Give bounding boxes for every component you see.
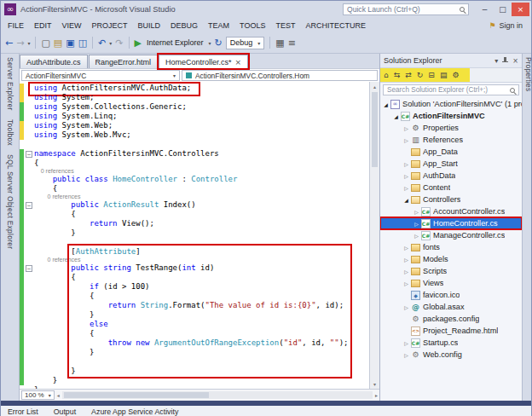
tree-collapsed-icon[interactable]: ▷ bbox=[402, 280, 410, 286]
code-line-23[interactable]: if (id > 100) bbox=[20, 282, 369, 292]
maximize-button[interactable]: □ bbox=[494, 3, 512, 16]
close-tab-icon[interactable]: × bbox=[235, 58, 242, 66]
code-line-3[interactable]: using System.Collections.Generic; bbox=[20, 102, 369, 112]
tree-expanded-icon[interactable]: ◢ bbox=[382, 101, 390, 107]
tree-item-packages-config[interactable]: ⚙packages.config bbox=[380, 313, 522, 325]
save-icon[interactable]: ▣ bbox=[66, 38, 74, 48]
bottom-tab-azure-app-service-activity[interactable]: Azure App Service Activity bbox=[91, 407, 178, 416]
code-line-26[interactable]: } bbox=[20, 310, 369, 320]
code-line-10[interactable]: 0 references bbox=[20, 168, 369, 175]
project-dropdown[interactable]: ActionFiltersinMVC ▾ bbox=[21, 70, 180, 81]
code-line-24[interactable]: { bbox=[20, 292, 369, 301]
tree-item-authdata[interactable]: ▷AuthData bbox=[380, 170, 522, 182]
tree-item-project-readme-html[interactable]: <>Project_Readme.html bbox=[380, 325, 522, 337]
tree-item-startup-cs[interactable]: ▷C#Startup.cs bbox=[380, 337, 522, 349]
show-all-files-icon[interactable]: ▤ bbox=[440, 71, 448, 79]
code-line-20[interactable]: 0 references bbox=[20, 257, 369, 263]
tree-collapsed-icon[interactable]: ▷ bbox=[402, 245, 410, 251]
close-panel-icon[interactable]: × bbox=[512, 57, 518, 65]
scroll-down-icon[interactable]: ▾ bbox=[370, 381, 379, 387]
pin-icon[interactable] bbox=[502, 57, 508, 65]
tree-collapsed-icon[interactable]: ▷ bbox=[402, 125, 410, 131]
solution-explorer-search-input[interactable]: Search Solution Explorer (Ctrl+;) bbox=[383, 84, 519, 95]
navigate-forward-icon[interactable]: → bbox=[16, 38, 24, 48]
tree-item-app-start[interactable]: ▷App_Start bbox=[380, 158, 522, 170]
tree-item-solution-actionfiltersinmvc-1-proj[interactable]: ◢∞Solution 'ActionFiltersinMVC' (1 proj bbox=[380, 98, 522, 110]
code-line-5[interactable]: using System.Web; bbox=[20, 121, 369, 130]
quick-launch-input[interactable]: Quick Launch (Ctrl+Q) bbox=[343, 3, 469, 15]
code-line-28[interactable]: { bbox=[20, 329, 369, 338]
side-tab-server-explorer[interactable]: Server Explorer bbox=[6, 57, 14, 111]
type-dropdown[interactable]: ActionFiltersinMVC.Controllers.Hom bbox=[182, 70, 378, 81]
tree-item-scripts[interactable]: ▷Scripts bbox=[380, 265, 522, 277]
tree-item-accountcontroller-cs[interactable]: ▷C#AccountController.cs bbox=[380, 205, 522, 217]
tree-collapsed-icon[interactable]: ▷ bbox=[413, 233, 420, 239]
tree-expanded-icon[interactable]: ◢ bbox=[392, 113, 400, 119]
command-window-icon[interactable]: ≡ bbox=[288, 38, 296, 48]
refresh-icon[interactable]: ↻ bbox=[417, 71, 424, 79]
code-line-30[interactable]: } bbox=[20, 348, 369, 357]
code-line-12[interactable]: { bbox=[20, 184, 369, 194]
code-line-14[interactable]: – public ActionResult Index() bbox=[20, 200, 369, 210]
undo-icon[interactable]: ↶ bbox=[98, 38, 106, 48]
tree-collapsed-icon[interactable]: ▷ bbox=[413, 209, 420, 215]
tree-collapsed-icon[interactable]: ▷ bbox=[402, 352, 410, 358]
home-icon[interactable]: ⌂ bbox=[384, 71, 389, 79]
refresh-icon[interactable]: ↻ bbox=[215, 38, 223, 48]
code-line-6[interactable]: using System.Web.Mvc; bbox=[20, 130, 369, 140]
menu-debug[interactable]: DEBUG bbox=[165, 21, 203, 30]
scrollbar-thumb[interactable] bbox=[372, 92, 378, 167]
sync-with-active-document-icon[interactable]: ⇄ bbox=[405, 71, 412, 79]
tree-item-references[interactable]: ▷▥References bbox=[380, 134, 522, 146]
doc-tab-homecontroller-cs[interactable]: HomeController.cs*× bbox=[159, 55, 248, 68]
tree-collapsed-icon[interactable]: ▷ bbox=[402, 257, 410, 263]
tree-collapsed-icon[interactable]: ▷ bbox=[402, 161, 410, 167]
menu-build[interactable]: BUILD bbox=[133, 21, 166, 30]
menu-view[interactable]: VIEW bbox=[57, 21, 87, 30]
notifications-flag-icon[interactable]: ⚑ bbox=[489, 21, 495, 30]
navigation-dropdown-icon[interactable]: ▾ bbox=[27, 40, 30, 46]
menu-tools[interactable]: TOOLS bbox=[234, 21, 270, 30]
start-debugging-icon[interactable]: ▶ bbox=[135, 38, 142, 48]
tree-collapsed-icon[interactable]: ▷ bbox=[402, 173, 410, 179]
code-editor[interactable]: using ActionFiltersinMVC.AuthData;using … bbox=[20, 82, 379, 389]
window-position-icon[interactable]: ▾ bbox=[494, 57, 498, 65]
code-line-25[interactable]: return String.Format("The value of id is… bbox=[20, 301, 369, 310]
tree-item-homecontroller-cs[interactable]: ▷C#HomeController.cs bbox=[380, 217, 522, 229]
scroll-right-icon[interactable]: ▸ bbox=[375, 392, 378, 398]
tree-item-web-config[interactable]: ▷⚙Web.config bbox=[380, 349, 522, 361]
tree-item-app-data[interactable]: App_Data bbox=[380, 146, 522, 158]
menu-architecture[interactable]: ARCHITECTURE bbox=[300, 21, 371, 30]
code-line-18[interactable] bbox=[20, 238, 369, 247]
code-line-29[interactable]: throw new ArgumentOutOfRangeException("i… bbox=[20, 338, 369, 348]
tree-item-views[interactable]: ▷Views bbox=[380, 277, 522, 289]
tree-collapsed-icon[interactable]: ▷ bbox=[402, 269, 410, 274]
menu-test[interactable]: TEST bbox=[270, 21, 300, 30]
tree-item-models[interactable]: ▷Models bbox=[380, 253, 522, 265]
solution-explorer-header[interactable]: Solution Explorer ▾ × bbox=[380, 54, 522, 67]
redo-icon[interactable]: ↷ bbox=[115, 38, 123, 48]
side-tab-sql-server-object-explorer[interactable]: SQL Server Object Explorer bbox=[6, 154, 14, 249]
side-tab-properties[interactable]: Properties bbox=[524, 57, 532, 91]
code-line-8[interactable]: –namespace ActionFiltersinMVC.Controller… bbox=[20, 149, 369, 159]
tree-item-controllers[interactable]: ◢Controllers bbox=[380, 194, 522, 205]
open-file-icon[interactable]: ▤ bbox=[54, 38, 62, 48]
tree-collapsed-icon[interactable]: ▷ bbox=[413, 221, 420, 227]
bottom-tab-output[interactable]: Output bbox=[54, 407, 76, 416]
code-line-9[interactable]: { bbox=[20, 159, 369, 168]
code-line-33[interactable]: } bbox=[20, 376, 369, 385]
menu-project[interactable]: PROJECT bbox=[87, 21, 133, 30]
switch-views-icon[interactable]: ⇆ bbox=[394, 71, 401, 79]
editor-vertical-scrollbar[interactable]: ▴ ▾ bbox=[369, 82, 379, 389]
tree-item-content[interactable]: ▷Content bbox=[380, 182, 522, 194]
tree-collapsed-icon[interactable]: ▷ bbox=[402, 304, 410, 310]
code-line-1[interactable]: using ActionFiltersinMVC.AuthData; bbox=[20, 84, 369, 93]
solution-configuration-select[interactable]: Debug ▾ bbox=[226, 37, 265, 49]
scroll-up-icon[interactable]: ▴ bbox=[370, 84, 379, 90]
code-line-16[interactable]: return View(); bbox=[20, 219, 369, 228]
code-line-22[interactable]: { bbox=[20, 273, 369, 282]
doc-tab-rangeerror-html[interactable]: RangeError.html bbox=[89, 55, 159, 68]
code-line-2[interactable]: using System; bbox=[20, 93, 369, 102]
scrollbar-thumb[interactable] bbox=[64, 392, 209, 398]
code-line-15[interactable]: { bbox=[20, 210, 369, 219]
